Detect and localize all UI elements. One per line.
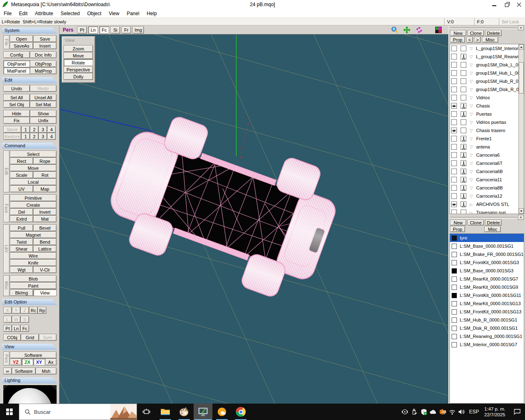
visibility-checkbox[interactable] <box>451 144 457 150</box>
material-row[interactable]: L:SM_FrontKit_0000.001SG11 <box>450 291 524 299</box>
smoothing-checkbox[interactable] <box>461 160 466 166</box>
command-button[interactable]: Mat <box>33 215 57 222</box>
object-row[interactable]: group1SM_Disk_L_00 <box>450 61 518 69</box>
visibility-checkbox[interactable] <box>451 70 457 76</box>
object-list[interactable]: L_group1SM_Interior_ <box>450 44 524 214</box>
option-toggle[interactable]: S <box>21 316 29 323</box>
command-button[interactable]: Rope <box>33 158 57 164</box>
smoothing-checkbox[interactable] <box>461 87 466 92</box>
smoothing-checkbox[interactable] <box>461 152 466 158</box>
object-row[interactable]: group1SM_Disk_R_00 <box>450 85 518 94</box>
material-row[interactable]: L:SM_Rearwing_0000.001SG1 <box>450 332 524 340</box>
object-prop-button[interactable]: Prop <box>450 37 465 43</box>
object-row[interactable]: Chasis trasero <box>450 126 518 135</box>
menu-item[interactable]: Panel <box>123 10 143 17</box>
panel-button[interactable]: Insert <box>33 42 57 49</box>
menu-item[interactable]: Attribute <box>31 10 57 17</box>
search-input[interactable] <box>34 409 110 415</box>
display-toggle-button[interactable]: Pt <box>77 26 87 34</box>
object-row[interactable]: Vidrios puertas <box>450 118 518 126</box>
command-button[interactable]: Invert <box>33 208 57 215</box>
command-button[interactable]: Wgt <box>10 266 33 273</box>
option-toggle[interactable]: Rp <box>38 307 46 314</box>
material-panel-button[interactable]: Delete <box>485 219 502 226</box>
display-toggle-button[interactable]: Img <box>132 26 144 34</box>
command-button[interactable]: V-Clr <box>33 266 57 273</box>
visibility-checkbox[interactable] <box>451 210 457 214</box>
3d-viewport-render[interactable] <box>59 34 448 404</box>
command-button[interactable]: Primitive <box>10 194 57 201</box>
visibility-checkbox[interactable] <box>451 136 457 142</box>
view-button[interactable]: YZ <box>10 358 22 365</box>
display-toggle-button[interactable]: Ln <box>88 26 98 34</box>
panel-button[interactable]: Doc Info <box>30 51 57 58</box>
smoothing-checkbox[interactable] <box>461 103 466 109</box>
smoothing-checkbox[interactable] <box>461 193 466 199</box>
option-toggle[interactable]: Grid <box>21 334 39 341</box>
smoothing-checkbox[interactable] <box>461 78 466 84</box>
material-row[interactable]: L:SM_Hub_R_0000.001SG1 <box>450 316 524 324</box>
object-row[interactable]: antena <box>450 143 518 151</box>
visibility-checkbox[interactable] <box>451 62 457 68</box>
view-button[interactable]: ∞ <box>3 368 12 374</box>
object-row[interactable]: Travesano sup <box>450 208 518 214</box>
panel-button[interactable]: 1 <box>21 133 30 140</box>
visibility-checkbox[interactable] <box>451 128 457 133</box>
panel-button[interactable]: Unfix <box>30 117 57 124</box>
visibility-checkbox[interactable] <box>451 119 457 125</box>
object-panel-button[interactable]: Clone <box>468 30 484 36</box>
smoothing-checkbox[interactable] <box>461 185 466 191</box>
visibility-checkbox[interactable] <box>451 185 457 191</box>
command-button[interactable]: Map <box>33 185 57 192</box>
panel-button[interactable]: 3 <box>39 133 47 140</box>
menu-item[interactable]: Object <box>83 10 105 17</box>
option-toggle[interactable]: Sym <box>39 334 57 341</box>
object-row[interactable]: Frente1 <box>450 135 518 143</box>
object-row[interactable]: Carroceria8B <box>450 184 518 192</box>
material-list[interactable]: tyre L:SM_Base_0000.001SG1 L:SM_Brake_FR… <box>450 233 524 404</box>
view-tool-button[interactable]: Move <box>64 52 93 59</box>
visibility-checkbox[interactable] <box>451 54 457 59</box>
object-row[interactable]: Carroceria12 <box>450 192 518 200</box>
smoothing-checkbox[interactable] <box>461 144 466 150</box>
expand-triangle-icon[interactable] <box>470 202 475 207</box>
visibility-checkbox[interactable] <box>451 46 457 51</box>
expand-triangle-icon[interactable] <box>470 112 475 116</box>
object-row[interactable]: L_group1SM_Interior_ <box>450 44 518 52</box>
command-button[interactable]: Select <box>10 151 57 158</box>
object-row[interactable]: Carroceria11 <box>450 176 518 184</box>
visibility-checkbox[interactable] <box>451 78 457 84</box>
option-toggle[interactable]: L <box>3 316 12 323</box>
expand-triangle-icon[interactable] <box>470 120 475 125</box>
menu-item[interactable]: Edit <box>15 10 31 17</box>
visibility-checkbox[interactable] <box>451 87 457 92</box>
object-row[interactable]: group1SM_Hub_R_00 <box>450 77 518 85</box>
panel-button[interactable]: Sel Mat <box>30 101 57 108</box>
smoothing-checkbox[interactable] <box>461 62 466 68</box>
material-row[interactable]: L:SM_FrontKit_0000.001SG13 <box>450 308 524 316</box>
panel-button[interactable]: 2 <box>30 133 39 140</box>
material-misc-button[interactable]: Misc <box>484 226 501 232</box>
expand-triangle-icon[interactable] <box>470 79 474 84</box>
expand-triangle-icon[interactable] <box>470 145 475 149</box>
panel-button[interactable]: Sel Obj <box>3 101 30 108</box>
command-button[interactable]: Shear <box>10 245 33 252</box>
object-row[interactable]: Carroceria6B <box>450 167 518 176</box>
panel-button[interactable]: Hide <box>3 110 30 117</box>
search-box[interactable] <box>19 404 137 420</box>
menu-item[interactable]: View <box>105 10 123 17</box>
expand-triangle-icon[interactable] <box>470 55 474 59</box>
view-button[interactable]: ZX <box>22 358 34 365</box>
expand-triangle-icon[interactable] <box>470 128 475 133</box>
expand-triangle-icon[interactable] <box>470 71 474 75</box>
expand-triangle-icon[interactable] <box>470 87 474 92</box>
task-view-button[interactable] <box>137 404 156 420</box>
object-panel-close-button[interactable]: × <box>518 25 524 30</box>
panel-button[interactable]: Config <box>3 51 30 58</box>
visibility-checkbox[interactable] <box>451 193 457 199</box>
expand-triangle-icon[interactable] <box>470 137 475 141</box>
material-panel-button[interactable]: New <box>450 219 466 226</box>
scroll-up-button[interactable] <box>519 44 524 50</box>
object-row[interactable]: Carroceria6 <box>450 151 518 159</box>
command-button[interactable]: Knife <box>10 259 57 266</box>
